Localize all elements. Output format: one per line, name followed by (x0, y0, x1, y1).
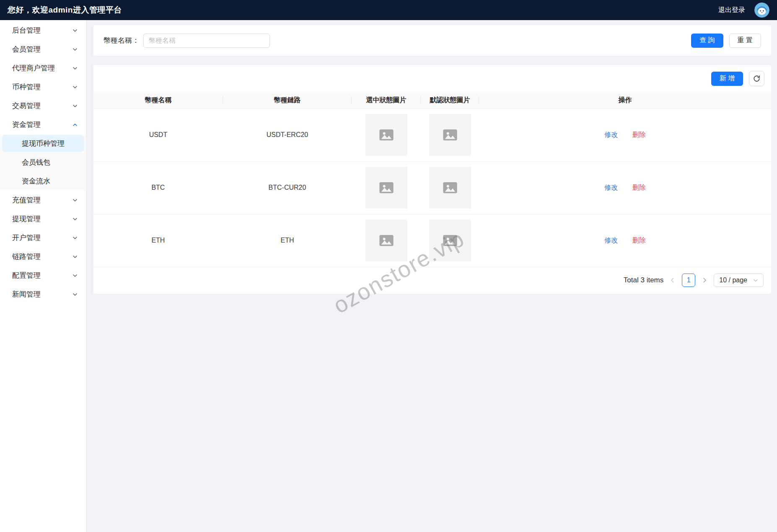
table-row: USDT USDT-ERC20 (93, 108, 771, 161)
search-field-group: 幣種名稱： (104, 34, 270, 48)
cell-coin-name: USDT (93, 108, 223, 161)
page-size-select[interactable]: 10 / page (714, 274, 764, 287)
chevron-down-icon (73, 103, 78, 108)
picture-icon (378, 126, 395, 144)
chevron-down-icon (73, 28, 78, 33)
page-number-1[interactable]: 1 (682, 274, 695, 287)
table-header-row: 幣種名稱 幣種鏈路 選中狀態圖片 默認狀態圖片 操作 (93, 92, 771, 108)
reload-icon (753, 75, 761, 83)
cell-coin-chain: ETH (223, 214, 352, 267)
page-size-value: 10 / page (719, 276, 747, 284)
col-header-default-image: 默認狀態圖片 (421, 92, 479, 108)
sidebar-item-account-open-mgmt[interactable]: 开户管理 (0, 228, 86, 247)
chevron-down-icon (73, 47, 78, 52)
chevron-right-icon (702, 277, 707, 283)
sidebar-item-coin-mgmt[interactable]: 币种管理 (0, 77, 86, 96)
avatar-icon (754, 3, 769, 18)
sidebar-item-label: 会员管理 (12, 44, 41, 54)
next-page-button[interactable] (702, 277, 707, 283)
add-button[interactable]: 新 增 (711, 72, 743, 86)
image-placeholder[interactable] (365, 114, 407, 156)
cell-default-image (421, 108, 479, 161)
query-button[interactable]: 查 詢 (691, 34, 723, 48)
sidebar-item-label: 会员钱包 (22, 158, 50, 167)
cell-actions: 修改 删除 (479, 214, 771, 267)
edit-link[interactable]: 修改 (604, 237, 618, 244)
sidebar-item-backend-mgmt[interactable]: 后台管理 (0, 21, 86, 40)
image-placeholder[interactable] (429, 167, 471, 209)
sidebar-item-member-wallet[interactable]: 会员钱包 (0, 153, 86, 172)
sidebar-item-label: 新闻管理 (12, 289, 41, 299)
cell-coin-chain: BTC-CUR20 (223, 161, 352, 214)
picture-icon (378, 179, 395, 196)
chevron-down-icon (73, 273, 78, 278)
col-header-coin-chain: 幣種鏈路 (223, 92, 352, 108)
edit-link[interactable]: 修改 (604, 131, 618, 138)
image-placeholder[interactable] (429, 220, 471, 261)
picture-icon (378, 232, 395, 249)
picture-icon (441, 126, 459, 144)
sidebar-item-withdraw-coin-mgmt[interactable]: 提现币种管理 (2, 135, 84, 152)
sidebar-item-label: 提现管理 (12, 214, 41, 224)
sidebar-item-label: 链路管理 (12, 252, 41, 261)
search-buttons: 查 詢 重 置 (691, 34, 761, 48)
sidebar-item-config-mgmt[interactable]: 配置管理 (0, 266, 86, 285)
search-panel: 幣種名稱： 查 詢 重 置 (93, 25, 771, 56)
sidebar-item-withdraw-mgmt[interactable]: 提现管理 (0, 209, 86, 228)
chevron-up-icon (73, 122, 78, 127)
col-header-actions: 操作 (479, 92, 771, 108)
cell-selected-image (352, 108, 421, 161)
sidebar-item-label: 提现币种管理 (22, 139, 65, 148)
sidebar: 后台管理 会员管理 代理商户管理 币种管理 交易管理 资金管理 提现币种管理 (0, 20, 86, 532)
layout: 后台管理 会员管理 代理商户管理 币种管理 交易管理 资金管理 提现币种管理 (0, 20, 777, 532)
sidebar-item-chain-mgmt[interactable]: 链路管理 (0, 247, 86, 266)
sidebar-item-news-mgmt[interactable]: 新闻管理 (0, 285, 86, 304)
image-placeholder[interactable] (365, 167, 407, 209)
coin-table: 幣種名稱 幣種鏈路 選中狀態圖片 默認狀態圖片 操作 USDT USDT-ERC… (93, 92, 771, 267)
user-avatar[interactable] (754, 3, 769, 18)
delete-link[interactable]: 删除 (632, 131, 646, 138)
logout-button[interactable]: 退出登录 (718, 6, 745, 15)
pagination-total: Total 3 items (624, 276, 663, 284)
sidebar-item-label: 资金流水 (22, 176, 50, 186)
sidebar-item-label: 配置管理 (12, 271, 41, 280)
chevron-left-icon (670, 277, 676, 283)
sidebar-item-funds-flow[interactable]: 资金流水 (0, 172, 86, 191)
cell-actions: 修改 删除 (479, 108, 771, 161)
cell-actions: 修改 删除 (479, 161, 771, 214)
edit-link[interactable]: 修改 (604, 184, 618, 191)
sidebar-item-member-mgmt[interactable]: 会员管理 (0, 40, 86, 59)
picture-icon (441, 179, 459, 196)
sidebar-submenu-funds: 提现币种管理 会员钱包 资金流水 (0, 135, 86, 191)
cell-selected-image (352, 161, 421, 214)
sidebar-item-funds-mgmt[interactable]: 资金管理 (0, 115, 86, 134)
sidebar-item-label: 开户管理 (12, 233, 41, 243)
sidebar-item-label: 资金管理 (12, 120, 41, 129)
sidebar-item-label: 充值管理 (12, 195, 41, 205)
chevron-down-icon (73, 292, 78, 297)
image-placeholder[interactable] (365, 220, 407, 261)
sidebar-item-recharge-mgmt[interactable]: 充值管理 (0, 191, 86, 209)
sidebar-item-label: 后台管理 (12, 26, 41, 35)
table-panel: 新 增 幣種名稱 幣種鏈路 選中狀態圖片 默 (93, 65, 771, 294)
picture-icon (441, 232, 459, 249)
cell-coin-chain: USDT-ERC20 (223, 108, 352, 161)
refresh-button[interactable] (749, 71, 764, 86)
image-placeholder[interactable] (429, 114, 471, 156)
top-navbar: 您好，欢迎admin进入管理平台 退出登录 (0, 0, 777, 20)
prev-page-button[interactable] (670, 277, 676, 283)
col-header-selected-image: 選中狀態圖片 (352, 92, 421, 108)
reset-button[interactable]: 重 置 (729, 34, 761, 48)
cell-coin-name: BTC (93, 161, 223, 214)
chevron-down-icon (73, 66, 78, 71)
chevron-down-icon (73, 217, 78, 222)
chevron-down-icon (73, 85, 78, 90)
sidebar-item-trade-mgmt[interactable]: 交易管理 (0, 96, 86, 115)
delete-link[interactable]: 删除 (632, 184, 646, 191)
sidebar-item-agent-merchant-mgmt[interactable]: 代理商户管理 (0, 59, 86, 77)
delete-link[interactable]: 删除 (632, 237, 646, 244)
search-label: 幣種名稱： (104, 36, 139, 45)
main-content: 幣種名稱： 查 詢 重 置 新 增 (86, 20, 777, 532)
table-row: BTC BTC-CUR20 修 (93, 161, 771, 214)
coin-name-input[interactable] (143, 34, 270, 48)
